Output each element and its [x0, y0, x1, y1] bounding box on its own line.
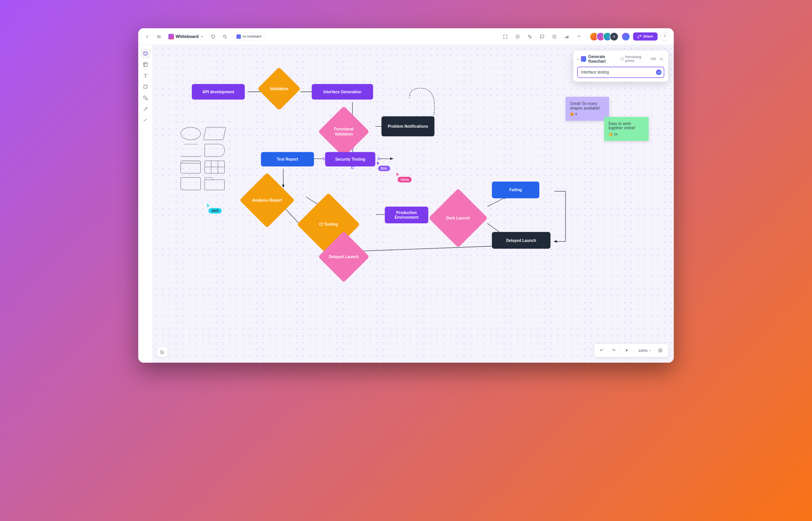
help-button[interactable]: ? — [661, 32, 669, 41]
collaborator-avatars: 3 — [590, 32, 619, 41]
ai-panel-close-button[interactable]: ✕ — [658, 56, 664, 62]
more-sidebar-button[interactable]: ··· — [140, 349, 150, 359]
close-icon: ✕ — [659, 56, 663, 62]
analytics-button[interactable] — [562, 32, 571, 41]
svg-rect-40 — [661, 349, 662, 350]
undo-button[interactable] — [597, 346, 606, 355]
ai-panel-title: ‹ Generate flowchart — [577, 55, 621, 63]
cursor-anna: Anna — [396, 172, 401, 179]
node-validation[interactable]: Validation — [257, 67, 301, 110]
node-label-failing: Delayed Launch — [326, 239, 362, 275]
shape-table[interactable] — [205, 161, 225, 173]
sticky-note-2[interactable]: Easy to work together online! 🥳 24 — [604, 117, 649, 141]
remaining-points-label: Remaining points: — [625, 55, 649, 63]
sticky-note-1-text: Great! So many shapes available! — [570, 101, 600, 110]
more-options-button[interactable] — [574, 32, 583, 41]
bottom-left-button[interactable] — [157, 347, 167, 357]
node-production-environment[interactable]: Dark Launch — [428, 189, 488, 248]
comment-button[interactable] — [537, 32, 547, 41]
svg-point-37 — [351, 166, 354, 169]
sticky-tool-button[interactable] — [140, 82, 150, 92]
emoji-reaction-1: 🤩 6 — [570, 112, 604, 116]
ai-assistant-button[interactable]: AI Assistant — [232, 32, 265, 41]
share-icon — [637, 34, 641, 38]
shape-oval[interactable] — [181, 127, 201, 140]
whiteboard-title-button[interactable]: Whiteboard — [166, 33, 206, 40]
shape-folder[interactable] — [205, 177, 225, 190]
node-dark-launch[interactable]: Failing — [492, 182, 539, 198]
node-label-ci-testing: Production Environment — [385, 211, 428, 219]
node-functional-validation[interactable]: Functional Validation — [318, 106, 369, 157]
back-button[interactable] — [143, 32, 151, 41]
node-test-report[interactable]: Analysis Report — [239, 173, 295, 228]
sticky-note-1[interactable]: Great! So many shapes available! 🤩 6 — [566, 97, 609, 121]
avatar-count: 3 — [609, 32, 618, 41]
shape-wave[interactable] — [205, 144, 225, 157]
svg-point-9 — [144, 52, 145, 53]
svg-rect-42 — [661, 351, 662, 352]
connector-tool-button[interactable] — [140, 115, 150, 125]
svg-rect-14 — [146, 98, 147, 100]
history-button[interactable] — [550, 32, 559, 41]
cursor-button[interactable] — [623, 346, 631, 355]
play-button[interactable] — [513, 32, 522, 41]
ai-panel-header: ‹ Generate flowchart Remaining points: 2… — [577, 55, 664, 63]
remote-button[interactable] — [525, 32, 534, 41]
node-label-delayed-launch: Delayed Launch — [506, 238, 536, 243]
redo-button[interactable] — [609, 346, 618, 355]
node-label-dark-launch: Failing — [509, 188, 522, 192]
search-button[interactable] — [220, 32, 229, 41]
map-button[interactable] — [656, 346, 665, 355]
canvas-area[interactable]: API development Validation Interface Gen… — [153, 45, 674, 363]
chevron-down-icon — [200, 35, 204, 38]
menu-button[interactable] — [155, 32, 163, 41]
cursor-eric: Eric — [376, 161, 381, 168]
shape-document[interactable] — [181, 177, 201, 190]
ai-send-button[interactable] — [656, 70, 661, 75]
node-failing[interactable]: Delayed Launch — [318, 231, 369, 282]
svg-line-29 — [356, 246, 506, 251]
whiteboard-title-text: Whiteboard — [175, 34, 198, 39]
zoom-level: 100% — [638, 348, 648, 353]
frame-tool-button[interactable] — [140, 60, 150, 70]
pen-tool-button[interactable] — [140, 104, 150, 114]
help-icon: ? — [664, 34, 666, 39]
node-api-development[interactable]: API development — [192, 84, 245, 99]
shape-parallelogram[interactable] — [203, 127, 226, 140]
svg-rect-43 — [160, 350, 162, 354]
ai-panel-back-button[interactable]: ‹ — [577, 57, 579, 62]
svg-point-13 — [143, 96, 146, 98]
ai-panel: ‹ Generate flowchart Remaining points: 2… — [573, 51, 668, 82]
node-delayed-launch[interactable]: Delayed Launch — [492, 232, 551, 249]
palette-tool-button[interactable] — [140, 48, 150, 58]
expand-button[interactable] — [501, 32, 510, 41]
ai-input-wrapper — [577, 67, 664, 78]
shape-trapezoid[interactable] — [181, 144, 201, 157]
node-security-testing[interactable]: Test Report — [261, 152, 314, 166]
ai-assistant-label: AI Assistant — [243, 34, 261, 39]
app-window: Whiteboard AI Assistant — [138, 28, 674, 363]
remaining-points-value: 200 — [650, 57, 656, 61]
node-problem-notifications[interactable]: Problem Notifications — [382, 117, 435, 137]
node-ci-testing[interactable]: Production Environment — [385, 207, 428, 223]
shape-tool-button[interactable] — [140, 93, 150, 103]
svg-point-11 — [145, 54, 146, 55]
reaction-count-2: 24 — [614, 132, 618, 136]
tag-button[interactable] — [209, 32, 218, 41]
svg-rect-7 — [568, 35, 568, 38]
svg-rect-12 — [143, 63, 147, 67]
node-basic-testing[interactable]: Security Testing — [325, 152, 375, 166]
node-label-basic-testing: Security Testing — [335, 157, 365, 162]
node-label-validation: Validation — [264, 74, 294, 104]
my-avatar[interactable] — [621, 32, 630, 41]
ai-input[interactable] — [577, 67, 664, 78]
share-button[interactable]: Share — [633, 33, 657, 41]
bottom-toolbar: 100% — [594, 344, 668, 357]
svg-rect-41 — [659, 351, 660, 352]
text-tool-button[interactable] — [140, 70, 150, 81]
shape-cylinder[interactable] — [181, 161, 201, 173]
zoom-display[interactable]: 100% — [636, 347, 654, 354]
node-interface-generation[interactable]: Interface Generation — [312, 84, 373, 99]
node-label-production-environment: Dark Launch — [437, 197, 479, 239]
node-label-interface-generation: Interface Generation — [323, 89, 361, 94]
